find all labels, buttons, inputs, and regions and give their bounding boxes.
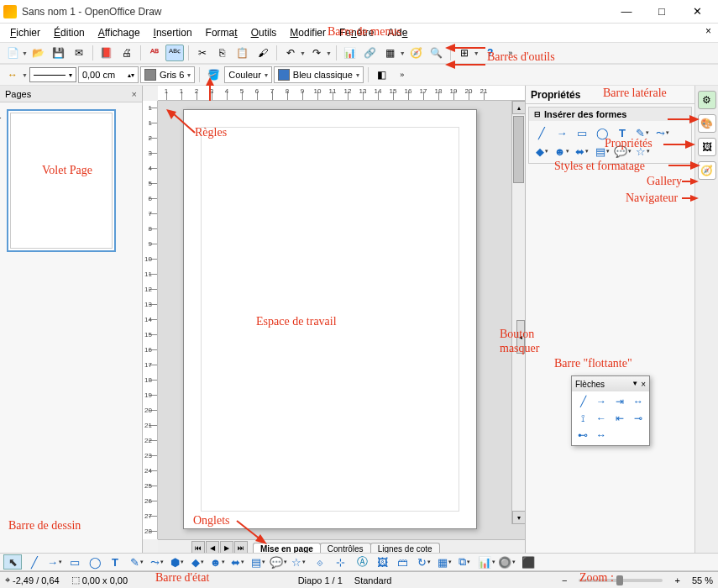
db-glue-icon[interactable]: ⊹ <box>331 554 349 570</box>
fl-arrow-cap2-icon[interactable]: ⇤ <box>612 412 627 425</box>
menu-affichage[interactable]: Affichage <box>92 25 147 40</box>
fl-arrow-right-icon[interactable]: → <box>594 395 609 408</box>
undo-dropdown[interactable]: ▼ <box>300 50 306 56</box>
redo-dropdown[interactable]: ▼ <box>326 50 332 56</box>
vertical-scrollbar[interactable]: ▴ ▾ <box>511 101 525 524</box>
db-rect-icon[interactable]: ▭ <box>66 554 84 570</box>
fill-bucket-icon[interactable]: 🪣 <box>204 66 223 83</box>
menu-format[interactable]: Format <box>199 25 244 40</box>
select-tool-icon[interactable]: ⬉ <box>3 554 22 570</box>
text-shape-icon[interactable]: T <box>613 124 632 141</box>
menu-insertion[interactable]: Insertion <box>147 25 199 40</box>
table-icon[interactable]: ▦ <box>381 45 400 61</box>
arrow-shape-icon[interactable]: → <box>553 124 571 141</box>
sidebar-styles-icon[interactable]: 🎨 <box>698 114 716 133</box>
fl-arrow-cap-icon[interactable]: ⇥ <box>612 395 627 408</box>
floating-close-icon[interactable]: × <box>641 380 646 389</box>
page-thumbnail[interactable]: 1 <box>7 109 116 252</box>
undo-icon[interactable]: ↶ <box>281 45 300 61</box>
rect-shape-icon[interactable]: ▭ <box>573 124 591 141</box>
table-dropdown[interactable]: ▼ <box>400 50 406 56</box>
db-gallery-icon[interactable]: 🗃 <box>393 554 411 570</box>
pdf-export-icon[interactable]: 📕 <box>97 45 116 61</box>
toolbar2-overflow-icon[interactable]: » <box>393 66 411 83</box>
db-3d-icon[interactable]: ⬢▾ <box>168 554 186 570</box>
spellcheck-icon[interactable]: ᴬᴮ <box>145 45 164 61</box>
format-paint-icon[interactable]: 🖌 <box>254 45 272 61</box>
fl-arrow-both-icon[interactable]: ↔ <box>631 395 646 408</box>
db-blockarrow-icon[interactable]: ⬌▾ <box>228 554 247 570</box>
basic-shapes-icon[interactable]: ◆▾ <box>532 143 551 160</box>
db-rotate-icon[interactable]: ↻▾ <box>415 554 433 570</box>
db-flowchart-icon[interactable]: ▤▾ <box>249 554 267 570</box>
fill-type-combo[interactable]: Couleur▾ <box>224 66 272 83</box>
vscroll-thumb[interactable] <box>513 116 524 183</box>
db-points-icon[interactable]: ⟐ <box>311 554 329 570</box>
callout-icon[interactable]: 💬▾ <box>613 143 632 160</box>
floating-dropdown-icon[interactable]: ▼ <box>632 380 638 389</box>
new-doc-icon[interactable]: 📄 <box>3 45 22 61</box>
menu-outils[interactable]: Outils <box>244 25 284 40</box>
cut-icon[interactable]: ✂ <box>193 45 212 61</box>
fill-color-combo[interactable]: Bleu classique▾ <box>274 66 364 83</box>
zoom-value[interactable]: 55 % <box>692 575 713 585</box>
db-connector-icon[interactable]: ⤳▾ <box>148 554 166 570</box>
menu-fenetre[interactable]: Fenêtre <box>333 25 380 40</box>
db-insert-icon[interactable]: 📊▾ <box>477 554 495 570</box>
redo-icon[interactable]: ↷ <box>307 45 326 61</box>
sidebar-section-header[interactable]: ⊟ Insérer des formes <box>529 108 691 121</box>
copy-icon[interactable]: ⎘ <box>213 45 232 61</box>
floating-toolbar[interactable]: Flèches ▼ × ╱ → ⇥ ↔ ⟟ ← ⇤ ⊸ ⊷ ↔ <box>571 375 650 446</box>
fl-arrow-circ-icon[interactable]: ⊸ <box>631 412 646 425</box>
db-align-icon[interactable]: ▦▾ <box>435 554 453 570</box>
db-fontwork-icon[interactable]: Ⓐ <box>353 554 371 570</box>
open-icon[interactable]: 📂 <box>29 45 48 61</box>
db-line-icon[interactable]: ╱ <box>25 554 44 570</box>
line-width-combo[interactable]: 0,00 cm▴▾ <box>78 66 139 83</box>
zoom-out-icon[interactable]: − <box>562 575 567 585</box>
symbol-shapes-icon[interactable]: ☻▾ <box>553 143 571 160</box>
hyperlink-icon[interactable]: 🔗 <box>361 45 380 61</box>
help-icon[interactable]: ? <box>481 45 500 61</box>
connector-shape-icon[interactable]: ⤳▾ <box>653 124 672 141</box>
scroll-up-button[interactable]: ▴ <box>512 101 525 114</box>
line-color-combo[interactable]: Gris 6▾ <box>140 66 195 83</box>
save-icon[interactable]: 💾 <box>50 45 68 61</box>
stars-icon[interactable]: ☆▾ <box>633 143 652 160</box>
email-icon[interactable]: ✉ <box>70 45 88 61</box>
floating-toolbar-header[interactable]: Flèches ▼ × <box>572 376 649 391</box>
maximize-button[interactable]: □ <box>644 2 679 22</box>
menu-aide[interactable]: Aide <box>380 25 414 40</box>
db-curve-icon[interactable]: ✎▾ <box>128 554 146 570</box>
autospell-icon[interactable]: ᴬᴮᶜ <box>165 45 184 61</box>
navigator-icon[interactable]: 🧭 <box>407 45 426 61</box>
ellipse-shape-icon[interactable]: ◯ <box>593 124 611 141</box>
fl-line-icon[interactable]: ╱ <box>575 395 590 408</box>
block-arrows-icon[interactable]: ⬌▾ <box>573 143 591 160</box>
db-star-icon[interactable]: ☆▾ <box>289 554 307 570</box>
sidebar-navigator-icon[interactable]: 🧭 <box>698 161 716 180</box>
print-icon[interactable]: 🖨 <box>118 45 136 61</box>
db-control-icon[interactable]: 🔘▾ <box>497 554 516 570</box>
fl-arrow-left-icon[interactable]: ← <box>594 412 609 425</box>
grid-icon[interactable]: ⊞ <box>455 45 474 61</box>
sidebar-gallery-icon[interactable]: 🖼 <box>698 138 716 156</box>
arrow-style-icon[interactable]: ↔ <box>3 66 22 83</box>
fl-dimension-icon[interactable]: ⟟ <box>575 412 590 425</box>
db-text-icon[interactable]: T <box>106 554 124 570</box>
vertical-ruler[interactable]: 1123456789101112131415161718192021222324… <box>143 101 158 539</box>
page-document[interactable] <box>183 109 477 529</box>
zoom-icon[interactable]: 🔍 <box>427 45 446 61</box>
zoom-slider[interactable] <box>579 579 663 582</box>
db-arrow-icon[interactable]: →▾ <box>45 554 64 570</box>
db-extrude-icon[interactable]: ⬛ <box>519 554 537 570</box>
chart-icon[interactable]: 📊 <box>341 45 359 61</box>
new-dropdown[interactable]: ▼ <box>22 50 28 56</box>
paste-icon[interactable]: 📋 <box>233 45 252 61</box>
flowchart-icon[interactable]: ▤▾ <box>593 143 611 160</box>
db-callout-icon[interactable]: 💬▾ <box>269 554 287 570</box>
line-shape-icon[interactable]: ╱ <box>532 124 551 141</box>
horizontal-ruler[interactable]: 1123456789101112131415161718192021 <box>158 86 525 101</box>
fl-arrow-dbl-icon[interactable]: ↔ <box>594 428 609 442</box>
menu-modifier[interactable]: Modifier <box>283 25 333 40</box>
